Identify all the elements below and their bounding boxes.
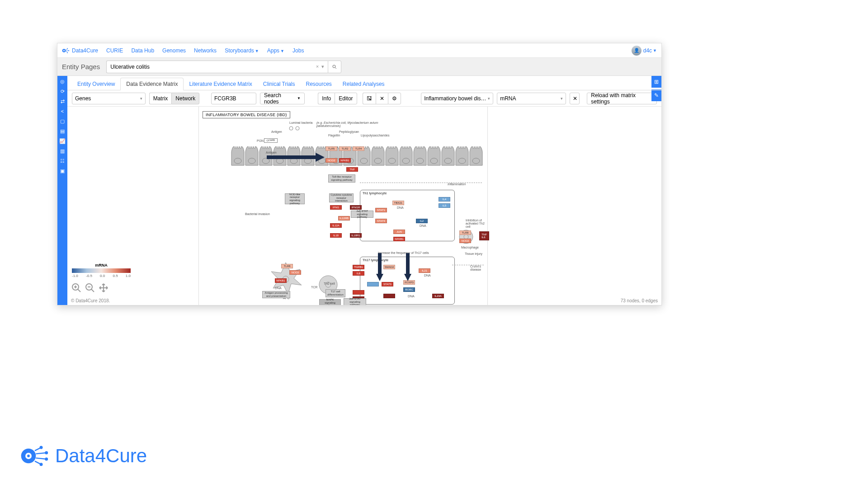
network-toolbar: Genes▾ Matrix Network Search nodes ▼ Inf…	[67, 90, 661, 107]
gene-jun[interactable]: JUN	[393, 230, 405, 234]
sidenav-refresh-icon[interactable]: ⟳	[59, 88, 66, 95]
datatype-select[interactable]: mRNA▾	[497, 93, 566, 104]
gene-tbx21[interactable]: TBX21	[392, 201, 404, 205]
gene-nfkb1-2[interactable]: NFKB1	[393, 237, 405, 241]
clear-search-icon[interactable]: × ▾	[316, 64, 325, 70]
gene-d1[interactable]	[383, 294, 395, 298]
gene-tnf-il6[interactable]: TNFIL6	[479, 231, 489, 240]
gene-stat1[interactable]: STAT1	[375, 208, 387, 212]
label-inflammation: Inflammation	[448, 183, 466, 186]
gene-il2[interactable]: IL2	[416, 219, 428, 223]
gene-tlr8-2[interactable]: TLR8	[281, 264, 293, 268]
nav-storyboards[interactable]: Storyboards▼	[225, 47, 259, 54]
gene-tlr2[interactable]: TLR2	[339, 146, 351, 151]
reload-button[interactable]: Reload with matrix settings	[587, 93, 657, 104]
nav-apps[interactable]: Apps▼	[267, 47, 284, 54]
gene-il12rb[interactable]: IL12RB	[338, 216, 350, 221]
gene-il6-2[interactable]: IL6	[353, 271, 364, 276]
edit-float-button[interactable]: ✎	[651, 89, 661, 101]
info-button[interactable]: Info	[318, 93, 335, 104]
gear-icon-button[interactable]: ⚙	[388, 93, 401, 104]
gene-il23a[interactable]: IL23A	[432, 294, 444, 298]
tab-literature[interactable]: Literature Evidence Matrix	[184, 78, 257, 90]
gene-il4[interactable]: IL4	[439, 197, 450, 202]
gene-tgfb1[interactable]: TGFB1	[353, 265, 364, 269]
gene-tnf[interactable]: TNF	[346, 167, 358, 172]
label-th2-inhibit: Inhibition of activated Th2 cell	[466, 219, 487, 228]
tab-overview[interactable]: Entity Overview	[72, 78, 120, 90]
nav-datahub[interactable]: Data Hub	[131, 47, 154, 54]
label-th0: Th0 cell	[324, 282, 335, 285]
matrix-button[interactable]: Matrix	[149, 93, 172, 104]
gene-smad2[interactable]: SMAD2	[383, 265, 395, 269]
network-button[interactable]: Network	[171, 93, 199, 104]
sidenav-target-icon[interactable]: ◎	[59, 78, 66, 85]
user-menu[interactable]: 👤 d4c▼	[632, 46, 657, 56]
sidenav-settings-icon[interactable]: ⇄	[59, 98, 66, 105]
box-jakstat2[interactable]: Jak-STAT signaling pathway	[344, 298, 366, 305]
gene-stat4[interactable]: STAT4	[375, 219, 387, 223]
gene-nfkb1-3[interactable]: NFKB1	[275, 278, 287, 283]
pan-button[interactable]	[97, 282, 110, 294]
brand-icon	[62, 47, 70, 55]
clear-datatype-button[interactable]: ✕	[570, 93, 580, 104]
brand-logo[interactable]: Data4Cure	[62, 47, 98, 55]
sidenav-clipboard-icon[interactable]: ▣	[59, 167, 66, 174]
side-nav: ◎ ⟳ ⇄ < ▢ ▤ 📈 ▥ ☷ ▣	[57, 76, 67, 305]
box-tlr-pathway[interactable]: Toll-like receptor signaling pathway	[328, 174, 355, 183]
gene-il5[interactable]: IL5	[439, 203, 450, 208]
box-antigen-proc[interactable]: Antigen processing and presentation	[262, 291, 290, 298]
search-nodes-button[interactable]: Search nodes ▼	[260, 93, 305, 104]
sidenav-file-icon[interactable]: ▢	[59, 117, 66, 125]
gene-nod2[interactable]: NOD2	[326, 158, 337, 163]
nav-genomes[interactable]: Genomes	[162, 47, 186, 54]
label-luminal: Luminal bacteria	[289, 121, 312, 124]
gene-ifngr[interactable]: IFNGR	[350, 205, 362, 210]
gene-nod2-3[interactable]: NOD2	[289, 270, 301, 275]
entity-pages-label: Entity Pages	[62, 63, 100, 70]
gene-il18r1[interactable]: IL18R1	[350, 233, 362, 238]
gene-stat3[interactable]: STAT3	[382, 282, 393, 286]
pathway-canvas[interactable]: INFLAMMATORY BOWEL DISEASE (IBD) Luminal…	[67, 107, 661, 305]
sidenav-chart-icon[interactable]: 📈	[59, 137, 66, 145]
save-icon-button[interactable]: 🖫	[363, 93, 376, 104]
gene-ifng[interactable]: IFNG	[330, 205, 342, 210]
box-mapk[interactable]: MAPK signaling pathway	[319, 299, 341, 305]
gene-tlr5[interactable]: TLR5	[326, 146, 337, 151]
tab-clinical[interactable]: Clinical Trials	[258, 78, 301, 90]
gene-tlr4[interactable]: TLR4	[353, 146, 364, 151]
sidenav-list-icon[interactable]: ☷	[59, 157, 66, 164]
box-t17diff[interactable]: T17 cell differentiation	[326, 289, 345, 297]
entity-toolbar: Entity Pages Ulcerative colitis × ▾	[57, 58, 661, 76]
pathway-select[interactable]: Inflammatiory bowel disea...▾	[421, 93, 493, 104]
gene-blue1[interactable]	[367, 282, 379, 286]
zoom-out-button[interactable]	[84, 282, 96, 294]
gene-nfkb1[interactable]: NFKB1	[339, 158, 351, 163]
gene-nod2-2[interactable]: NOD2	[459, 239, 471, 243]
entity-search-button[interactable]	[328, 61, 341, 73]
editor-button[interactable]: Editor	[335, 93, 357, 104]
sidenav-share-icon[interactable]: <	[59, 108, 66, 115]
tab-related[interactable]: Related Analyses	[337, 78, 390, 90]
gene-il12a[interactable]: IL12A	[330, 223, 342, 228]
tab-data-evidence[interactable]: Data Evidence Matrix	[120, 78, 184, 90]
gene-r1[interactable]	[353, 290, 364, 295]
gene-il21[interactable]: IL21	[419, 268, 430, 273]
gene-tlr8[interactable]: TLR8	[459, 230, 471, 235]
sidenav-bars-icon[interactable]: ▥	[59, 147, 66, 155]
entity-type-select[interactable]: Genes▾	[72, 93, 146, 104]
box-cytokine[interactable]: Cytokine-cytokine receptor interaction	[329, 193, 354, 202]
node-search-input[interactable]	[211, 93, 256, 104]
tab-resources[interactable]: Resources	[301, 78, 337, 90]
zoom-in-button[interactable]	[70, 282, 83, 294]
close-icon-button[interactable]: ✕	[376, 93, 388, 104]
nav-jobs[interactable]: Jobs	[292, 47, 304, 54]
gene-rorc[interactable]: RORC	[403, 287, 415, 292]
view-mode-group: Matrix Network	[149, 93, 200, 104]
gene-il18[interactable]: IL18	[330, 233, 342, 238]
entity-search-input[interactable]: Ulcerative colitis × ▾	[106, 61, 328, 73]
sidenav-doc-icon[interactable]: ▤	[59, 127, 66, 135]
nav-networks[interactable]: Networks	[194, 47, 217, 54]
box-nlr[interactable]: NOD-like receptor signaling pathway	[285, 193, 305, 204]
nav-curie[interactable]: CURIE	[106, 47, 123, 54]
